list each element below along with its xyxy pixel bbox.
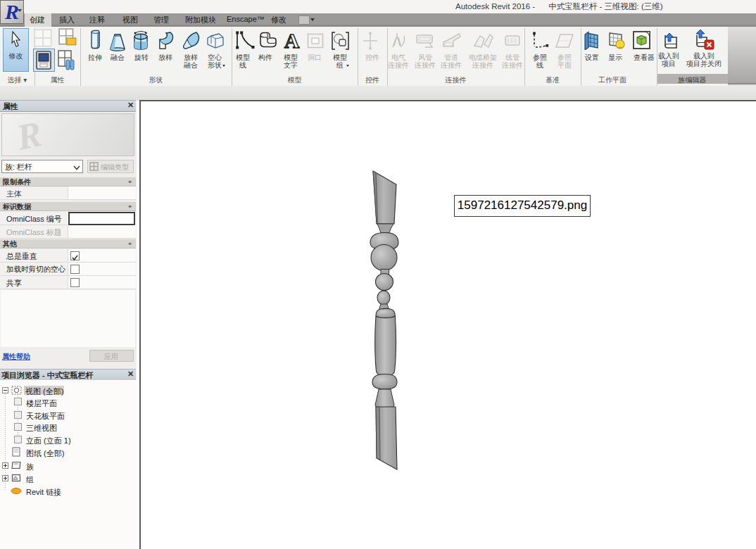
svg-text:R: R [4, 1, 19, 23]
svg-text:R: R [13, 115, 46, 156]
svg-text:A: A [284, 30, 300, 51]
